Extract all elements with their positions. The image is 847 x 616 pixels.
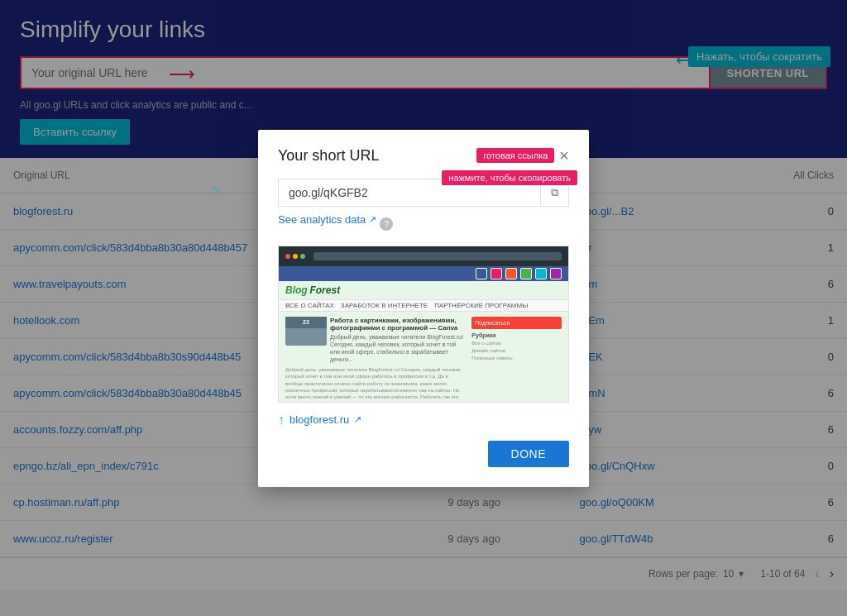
- preview-logo: Blog Forest: [279, 281, 568, 300]
- copy-icon: ⧉: [551, 186, 558, 198]
- preview-image: Blog Forest ВСЕ О САЙТАХ ЗАРАБОТОК В ИНТ…: [278, 246, 569, 403]
- arrow-to-preview-icon: ↑: [278, 413, 285, 427]
- modal-link-row: ↑ blogforest.ru ↗: [278, 413, 569, 427]
- done-button[interactable]: DONE: [488, 441, 569, 467]
- arrow-to-url: ↘: [212, 184, 220, 195]
- preview-content: 23 Работа с картинками, изображениями, ф…: [279, 312, 568, 403]
- annotation-copy: нажмите, чтобы скопировать: [442, 170, 577, 185]
- analytics-link[interactable]: See analytics data ↗: [278, 213, 376, 226]
- preview-sidebar-subscribe: Подписаться: [471, 317, 562, 329]
- modal-done-row: DONE: [278, 441, 569, 467]
- preview-nav-menu: ВСЕ О САЙТАХ ЗАРАБОТОК В ИНТЕРНЕТЕ ПАРТН…: [279, 300, 568, 312]
- external-link-icon: ↗: [369, 214, 376, 225]
- help-icon[interactable]: ?: [380, 217, 393, 231]
- modal-title: Your short URL: [278, 147, 379, 165]
- preview-link[interactable]: blogforest.ru: [290, 413, 349, 426]
- preview-external-icon: ↗: [354, 414, 361, 425]
- modal-header: Your short URL готовая ссылка ×: [278, 146, 569, 165]
- modal-overlay: Your short URL готовая ссылка × ⧉ ↘ нажм…: [0, 0, 847, 590]
- preview-link-text: blogforest.ru: [290, 413, 349, 426]
- short-url-modal: Your short URL готовая ссылка × ⧉ ↘ нажм…: [258, 130, 589, 487]
- analytics-link-text: See analytics data: [278, 213, 366, 226]
- annotation-gotovaya: готовая ссылка: [476, 148, 554, 163]
- modal-close-button[interactable]: ×: [559, 146, 569, 165]
